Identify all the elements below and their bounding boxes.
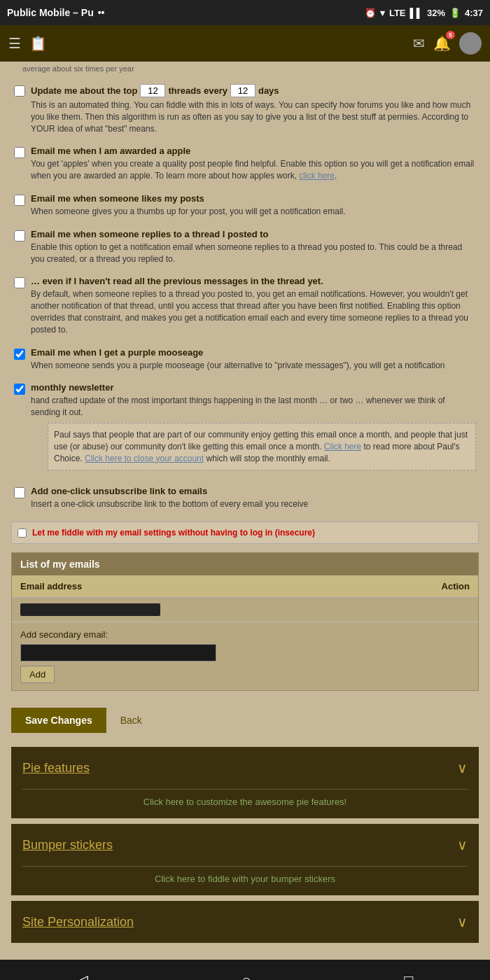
main-content: average about six times per year Update … bbox=[0, 62, 490, 960]
back-link[interactable]: Back bbox=[120, 715, 142, 726]
apple-link[interactable]: click here bbox=[299, 171, 335, 181]
opt-mooseage-title: Email me when I get a purple mooseage bbox=[31, 347, 476, 358]
opt-newsletter-checkbox[interactable] bbox=[14, 384, 25, 395]
opt-top-threads-desc: This is an automated thing. You can fidd… bbox=[31, 99, 476, 134]
col-action-header: Action bbox=[374, 575, 478, 598]
opt-unsubscribe-desc: Insert a one-click unsubscribe link to t… bbox=[31, 498, 476, 510]
add-secondary-label: Add secondary email: bbox=[20, 629, 470, 640]
opt-mooseage-desc: When someone sends you a purple mooseage… bbox=[31, 360, 476, 372]
opt-top-threads-suffix: days bbox=[258, 85, 279, 96]
battery-icon: 🔋 bbox=[449, 8, 461, 18]
scroll-note: average about six times per year bbox=[11, 62, 479, 73]
opt-apple-title: Email me when I am awarded a apple bbox=[31, 146, 476, 156]
logo-icon: 📋 bbox=[29, 35, 47, 52]
option-likes: Email me when someone likes my posts Whe… bbox=[11, 188, 479, 223]
col-email-header: Email address bbox=[12, 575, 374, 598]
menu-icon[interactable]: ☰ bbox=[8, 35, 21, 52]
action-cell bbox=[374, 598, 478, 622]
pie-features-header[interactable]: Pie features ∨ bbox=[11, 747, 479, 789]
email-list-section: List of my emails Email address Action bbox=[11, 552, 479, 691]
site-personalization-chevron-icon: ∨ bbox=[457, 913, 468, 930]
top-nav: ☰ 📋 ✉ 🔔 5 bbox=[0, 25, 490, 62]
pie-features-section: Pie features ∨ Click here to customize t… bbox=[11, 747, 479, 818]
opt-likes-desc: When someone gives you a thumbs up for y… bbox=[31, 206, 476, 218]
close-account-link[interactable]: Click here to close your account bbox=[85, 454, 204, 463]
avatar[interactable] bbox=[459, 32, 482, 55]
battery-label: 32% bbox=[427, 8, 445, 18]
recents-button[interactable]: □ bbox=[398, 966, 419, 980]
opt-mooseage-checkbox[interactable] bbox=[14, 349, 25, 360]
opt-top-threads-prefix: Update me about the top bbox=[31, 85, 137, 96]
top-threads-input2[interactable] bbox=[230, 84, 255, 97]
newsletter-warning: Paul says that people that are part of o… bbox=[48, 423, 476, 470]
clock-icon: ⏰ bbox=[365, 8, 376, 18]
pie-features-title: Pie features bbox=[22, 761, 90, 776]
time-display: 4:37 bbox=[465, 8, 483, 18]
save-button[interactable]: Save Changes bbox=[11, 708, 106, 733]
email-list-header: List of my emails bbox=[12, 553, 478, 575]
email-redacted bbox=[20, 603, 160, 616]
opt-replies-checkbox[interactable] bbox=[14, 230, 25, 241]
home-button[interactable]: ○ bbox=[236, 966, 256, 980]
bumper-stickers-title: Bumper stickers bbox=[22, 838, 113, 853]
opt-top-threads-checkbox[interactable] bbox=[14, 85, 25, 97]
opt-unsubscribe-title: Add one-click unsubscribe link to emails bbox=[31, 486, 476, 496]
signal-icon: ▌▌ bbox=[410, 8, 423, 18]
email-table: Email address Action bbox=[12, 575, 478, 622]
status-bar: Public Mobile – Pu •• ⏰ ▾ LTE ▌▌ 32% 🔋 4… bbox=[0, 0, 490, 25]
mail-icon[interactable]: ✉ bbox=[413, 35, 425, 52]
option-unsubscribe: Add one-click unsubscribe link to emails… bbox=[11, 480, 479, 516]
pie-features-chevron-icon: ∨ bbox=[457, 760, 468, 776]
add-secondary-section: Add secondary email: Add bbox=[12, 622, 478, 690]
site-personalization-header[interactable]: Site Personalization ∨ bbox=[11, 901, 479, 943]
opt-apple-checkbox[interactable] bbox=[14, 147, 25, 158]
opt-unread-desc: By default, when someone replies to a th… bbox=[31, 288, 476, 335]
opt-unread-title: … even if I haven't read all the previou… bbox=[31, 276, 476, 286]
pie-features-subtitle: Click here to customize the awesome pie … bbox=[11, 790, 479, 818]
lte-label: LTE bbox=[389, 8, 406, 18]
site-personalization-section: Site Personalization ∨ bbox=[11, 901, 479, 943]
settings-panel: Update me about the top threads every da… bbox=[11, 73, 479, 747]
add-secondary-input[interactable] bbox=[20, 644, 216, 662]
add-email-button[interactable]: Add bbox=[20, 666, 55, 683]
wifi-icon: ▾ bbox=[380, 8, 385, 18]
option-top-threads: Update me about the top threads every da… bbox=[11, 78, 479, 140]
top-threads-input1[interactable] bbox=[140, 84, 165, 97]
opt-replies-title: Email me when someone replies to a threa… bbox=[31, 229, 476, 239]
back-button[interactable]: ◁ bbox=[71, 966, 94, 980]
notification-badge: 5 bbox=[446, 31, 455, 39]
opt-unread-checkbox[interactable] bbox=[14, 277, 25, 288]
insecure-label: Let me fiddle with my email settings wit… bbox=[32, 528, 315, 538]
bumper-stickers-section: Bumper stickers ∨ Click here to fiddle w… bbox=[11, 824, 479, 895]
opt-replies-desc: Enable this option to get a notification… bbox=[31, 241, 476, 265]
site-personalization-title: Site Personalization bbox=[22, 915, 134, 930]
opt-newsletter-title: monthly newsletter bbox=[31, 382, 476, 393]
action-buttons: Save Changes Back bbox=[11, 699, 479, 741]
option-apple: Email me when I am awarded a apple You g… bbox=[11, 140, 479, 188]
option-mooseage: Email me when I get a purple mooseage Wh… bbox=[11, 342, 479, 377]
bumper-stickers-header[interactable]: Bumper stickers ∨ bbox=[11, 824, 479, 866]
option-replies: Email me when someone replies to a threa… bbox=[11, 223, 479, 271]
opt-apple-desc: You get 'apples' when you create a quali… bbox=[31, 158, 476, 182]
table-row bbox=[12, 598, 478, 622]
status-dots: •• bbox=[98, 7, 105, 18]
option-newsletter: monthly newsletter hand crafted update o… bbox=[11, 377, 479, 480]
email-cell bbox=[12, 598, 374, 622]
opt-unsubscribe-checkbox[interactable] bbox=[14, 487, 25, 498]
bottom-nav: ◁ ○ □ bbox=[0, 960, 490, 980]
bumper-stickers-subtitle: Click here to fiddle with your bumper st… bbox=[11, 867, 479, 895]
opt-likes-title: Email me when someone likes my posts bbox=[31, 193, 476, 204]
bumper-stickers-chevron-icon: ∨ bbox=[457, 836, 468, 853]
opt-likes-checkbox[interactable] bbox=[14, 195, 25, 206]
app-name: Public Mobile – Pu bbox=[7, 7, 94, 18]
opt-newsletter-desc: hand crafted update of the most importan… bbox=[31, 395, 476, 419]
opt-top-threads-mid: threads every bbox=[168, 85, 227, 96]
opt-insecure-checkbox[interactable] bbox=[18, 528, 27, 538]
notification-icon[interactable]: 🔔 5 bbox=[433, 35, 451, 52]
option-unread: … even if I haven't read all the previou… bbox=[11, 270, 479, 341]
insecure-option: Let me fiddle with my email settings wit… bbox=[11, 522, 479, 544]
pauls-choice-link[interactable]: Click here bbox=[324, 442, 361, 451]
